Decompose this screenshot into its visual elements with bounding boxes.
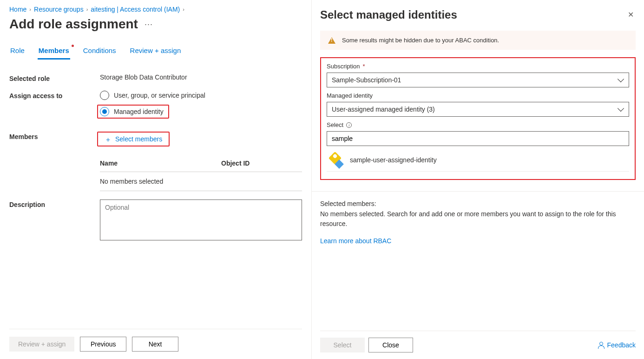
breadcrumb: Home › Resource groups › aitesting | Acc…: [9, 6, 302, 13]
radio-user-group[interactable]: User, group, or service principal: [100, 91, 302, 100]
table-row: No members selected: [100, 172, 302, 191]
status-dot-icon: [72, 45, 74, 47]
tab-review-assign[interactable]: Review + assign: [129, 43, 182, 60]
description-input[interactable]: [100, 199, 302, 240]
radio-managed-identity-label: Managed identity: [114, 108, 164, 115]
subscription-value: Sample-Subscription-01: [332, 76, 401, 84]
learn-more-link[interactable]: Learn more about RBAC: [320, 237, 636, 245]
subscription-select[interactable]: Sample-Subscription-01: [327, 73, 629, 87]
managed-identity-value: User-assigned managed identity (3): [332, 106, 435, 113]
person-icon: [598, 342, 605, 348]
empty-row: No members selected: [100, 172, 302, 191]
select-members-link[interactable]: ＋ Select members: [97, 132, 170, 146]
tab-members-label: Members: [39, 47, 69, 54]
panel-title: Select managed identities: [320, 8, 457, 21]
more-icon[interactable]: ···: [145, 20, 153, 29]
chevron-right-icon: ›: [86, 7, 88, 12]
page-title: Add role assignment: [9, 17, 138, 32]
members-table: Name Object ID No members selected: [100, 155, 302, 191]
search-input-wrapper: [327, 131, 629, 146]
select-members-label: Select members: [115, 135, 162, 143]
tab-role[interactable]: Role: [9, 43, 26, 60]
radio-managed-identity[interactable]: Managed identity: [97, 105, 169, 119]
tabs: Role Members Conditions Review + assign: [9, 43, 302, 60]
identity-selector-section: Subscription * Sample-Subscription-01 Ma…: [320, 57, 636, 180]
previous-button[interactable]: Previous: [80, 337, 126, 352]
selected-role-label: Selected role: [9, 73, 100, 82]
chevron-down-icon: [618, 76, 624, 82]
chevron-right-icon: ›: [183, 7, 184, 12]
managed-identity-select[interactable]: User-assigned managed identity (3): [327, 102, 629, 117]
select-label: Select: [327, 121, 343, 128]
selected-members-header: Selected members:: [320, 200, 636, 207]
identity-result-name: sample-user-assigned-identity: [350, 156, 437, 164]
chevron-right-icon: ›: [29, 7, 31, 12]
breadcrumb-home[interactable]: Home: [9, 6, 26, 13]
members-label: Members: [9, 132, 100, 140]
subscription-label: Subscription: [327, 63, 360, 70]
next-button[interactable]: Next: [132, 337, 178, 352]
selected-members-text: No members selected. Search for and add …: [320, 209, 636, 229]
breadcrumb-access-control[interactable]: aitesting | Access control (IAM): [91, 6, 180, 13]
select-button[interactable]: Select: [320, 338, 365, 352]
divider: [312, 191, 644, 192]
feedback-link[interactable]: Feedback: [598, 341, 636, 349]
tab-members[interactable]: Members: [38, 43, 70, 60]
feedback-label: Feedback: [607, 341, 636, 349]
breadcrumb-resource-groups[interactable]: Resource groups: [34, 6, 84, 13]
close-button[interactable]: Close: [368, 338, 413, 352]
warning-icon: [328, 37, 335, 44]
review-assign-button[interactable]: Review + assign: [9, 337, 74, 352]
required-icon: *: [363, 63, 365, 70]
tab-conditions[interactable]: Conditions: [82, 43, 117, 60]
description-label: Description: [9, 199, 100, 208]
col-objectid: Object ID: [221, 155, 302, 172]
managed-identity-icon: [329, 153, 343, 167]
plus-icon: ＋: [105, 136, 112, 143]
chevron-down-icon: [618, 105, 624, 112]
assign-access-label: Assign access to: [9, 91, 100, 100]
col-name: Name: [100, 155, 221, 172]
radio-user-group-label: User, group, or service principal: [114, 92, 205, 99]
search-input[interactable]: [332, 135, 624, 142]
managed-identity-label: Managed identity: [327, 92, 373, 99]
identity-result-row[interactable]: sample-user-assigned-identity: [327, 146, 629, 172]
selected-role-value: Storage Blob Data Contributor: [100, 73, 302, 81]
info-icon[interactable]: i: [346, 122, 352, 128]
warning-text: Some results might be hidden due to your…: [342, 37, 499, 44]
warning-banner: Some results might be hidden due to your…: [320, 31, 636, 50]
close-icon[interactable]: ✕: [626, 8, 636, 21]
